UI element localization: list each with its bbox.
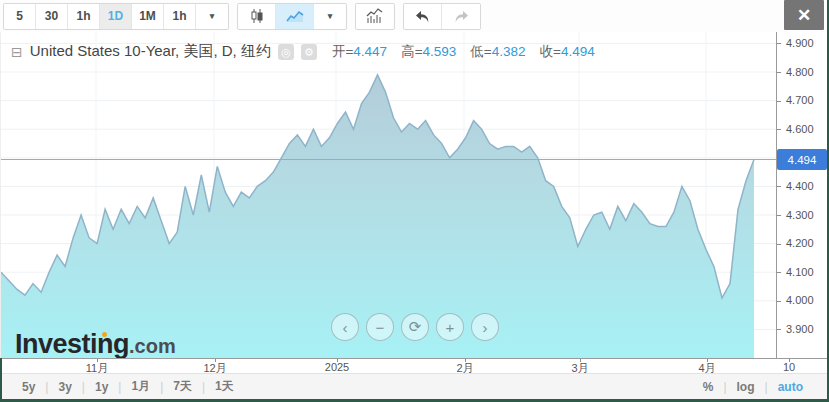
- ohlc-value: 4.593: [423, 44, 457, 59]
- price-axis-tick: [777, 129, 781, 130]
- price-axis[interactable]: 4.9004.8004.7004.6004.4004.3004.2004.100…: [776, 32, 828, 358]
- price-axis-tick: [777, 301, 781, 302]
- pan-left-button[interactable]: ‹: [331, 313, 359, 341]
- area-chart-icon: [286, 9, 304, 23]
- ohlc-item: 收=4.494: [540, 43, 595, 61]
- interval-button-5-0[interactable]: 5: [4, 4, 36, 29]
- scale-button-log[interactable]: log: [727, 380, 765, 394]
- reset-view-button[interactable]: ⟳: [401, 313, 429, 341]
- interval-button-1h-5[interactable]: 1h: [164, 4, 196, 29]
- close-icon: ✕: [797, 5, 811, 26]
- price-axis-label: 4.900: [786, 37, 814, 49]
- pan-right-button[interactable]: ›: [471, 313, 499, 341]
- price-axis-tick: [777, 101, 781, 102]
- interval-button-1h-2[interactable]: 1h: [68, 4, 100, 29]
- range-toolbar: 5y|3y|1y|1月|7天|1天%|log|auto: [2, 373, 827, 399]
- zoom-out-button[interactable]: −: [366, 313, 394, 341]
- chart-type-group: ▾: [237, 3, 347, 30]
- price-axis-tick: [777, 186, 781, 187]
- chart-nav-controls: ‹−⟳+›: [331, 313, 499, 341]
- interval-group: 5301h1D1M1h ▾: [3, 3, 229, 30]
- interval-button-1m-4[interactable]: 1M: [132, 4, 164, 29]
- investing-logo: Investing: [15, 329, 129, 359]
- bottom-block: 11月12月20252月3月4月10 5y|3y|1y|1月|7天|1天%|lo…: [0, 358, 827, 399]
- price-axis-tick: [777, 329, 781, 330]
- ohlc-item: 高=4.593: [401, 43, 456, 61]
- candlestick-icon: [249, 8, 265, 24]
- redo-arrow-icon: [453, 9, 470, 24]
- scale-button-%[interactable]: %: [693, 380, 724, 394]
- price-axis-label: 3.900: [786, 323, 814, 335]
- time-axis-label: 3月: [571, 361, 588, 376]
- close-button[interactable]: ✕: [784, 0, 824, 30]
- current-price-badge: 4.494: [777, 149, 827, 170]
- price-axis-tick: [777, 272, 781, 273]
- time-axis[interactable]: 11月12月20252月3月4月10: [2, 358, 827, 373]
- history-group: [403, 3, 481, 30]
- indicators-group: [355, 3, 395, 30]
- logo-dot-icon: [102, 332, 107, 337]
- interval-button-30-1[interactable]: 30: [36, 4, 68, 29]
- price-axis-label: 4.100: [786, 266, 814, 278]
- area-chart-button[interactable]: [276, 4, 314, 29]
- ohlc-value: 4.382: [492, 44, 526, 59]
- scale-button-auto[interactable]: auto: [768, 380, 813, 394]
- visibility-icon[interactable]: ◎: [278, 44, 294, 60]
- range-button-1月[interactable]: 1月: [121, 378, 160, 395]
- indicators-button[interactable]: [356, 4, 394, 29]
- price-axis-tick: [777, 72, 781, 73]
- ohlc-item: 低=4.382: [470, 43, 525, 61]
- top-toolbar: 5301h1D1M1h ▾: [0, 0, 827, 32]
- price-axis-tick: [777, 244, 781, 245]
- range-button-5y[interactable]: 5y: [12, 380, 45, 394]
- time-axis-label: 10: [783, 361, 795, 373]
- price-axis-label: 4.600: [786, 123, 814, 135]
- range-button-1y[interactable]: 1y: [85, 380, 118, 394]
- ohlc-readout: 开=4.447高=4.593低=4.382收=4.494: [332, 43, 595, 61]
- chevron-right-icon: ›: [483, 319, 488, 336]
- range-button-7天[interactable]: 7天: [163, 378, 202, 395]
- price-axis-tick: [777, 215, 781, 216]
- ohlc-label: 高=: [401, 44, 422, 59]
- interval-dropdown-button[interactable]: ▾: [196, 4, 228, 29]
- time-axis-label: 12月: [203, 361, 226, 376]
- plus-icon: +: [446, 319, 455, 336]
- chart-region[interactable]: 4.9004.8004.7004.6004.4004.3004.2004.100…: [0, 32, 827, 358]
- price-axis-label: 4.000: [786, 294, 814, 306]
- area-chart[interactable]: [1, 32, 776, 358]
- settings-gear-icon[interactable]: ⚙: [301, 44, 317, 60]
- chart-type-dropdown-button[interactable]: ▾: [314, 4, 346, 29]
- ohlc-item: 开=4.447: [332, 43, 387, 61]
- ohlc-value: 4.494: [561, 44, 595, 59]
- ohlc-label: 开=: [332, 44, 353, 59]
- redo-button[interactable]: [442, 4, 480, 29]
- chart-widget: 5301h1D1M1h ▾: [0, 0, 829, 402]
- chevron-down-icon: ▾: [328, 11, 333, 21]
- range-button-3y[interactable]: 3y: [48, 380, 81, 394]
- time-axis-label: 2025: [325, 361, 349, 373]
- time-axis-label: 11月: [86, 361, 108, 376]
- price-axis-label: 4.700: [786, 94, 814, 106]
- price-axis-label: 4.800: [786, 66, 814, 78]
- symbol-title: United States 10-Year, 美国, D, 纽约: [30, 42, 271, 61]
- chevron-down-icon: ▾: [210, 11, 215, 21]
- undo-button[interactable]: [404, 4, 442, 29]
- minus-icon: −: [376, 319, 385, 336]
- chevron-left-icon: ‹: [343, 319, 348, 336]
- time-axis-label: 2月: [456, 361, 473, 376]
- range-button-1天[interactable]: 1天: [205, 378, 244, 395]
- indicators-icon: [366, 8, 384, 24]
- undo-arrow-icon: [414, 9, 431, 24]
- price-axis-label: 4.400: [786, 180, 814, 192]
- price-axis-label: 4.300: [786, 209, 814, 221]
- interval-button-1d-3[interactable]: 1D: [100, 4, 132, 29]
- collapse-icon[interactable]: ⊟: [11, 44, 23, 60]
- ohlc-label: 低=: [470, 44, 491, 59]
- ohlc-label: 收=: [540, 44, 561, 59]
- symbol-header: ⊟ United States 10-Year, 美国, D, 纽约 ◎ ⚙ 开…: [11, 42, 595, 61]
- investing-logo-domain: .com: [129, 335, 176, 357]
- time-axis-label: 4月: [698, 361, 715, 376]
- zoom-in-button[interactable]: +: [436, 313, 464, 341]
- candlestick-chart-button[interactable]: [238, 4, 276, 29]
- price-axis-tick: [777, 43, 781, 44]
